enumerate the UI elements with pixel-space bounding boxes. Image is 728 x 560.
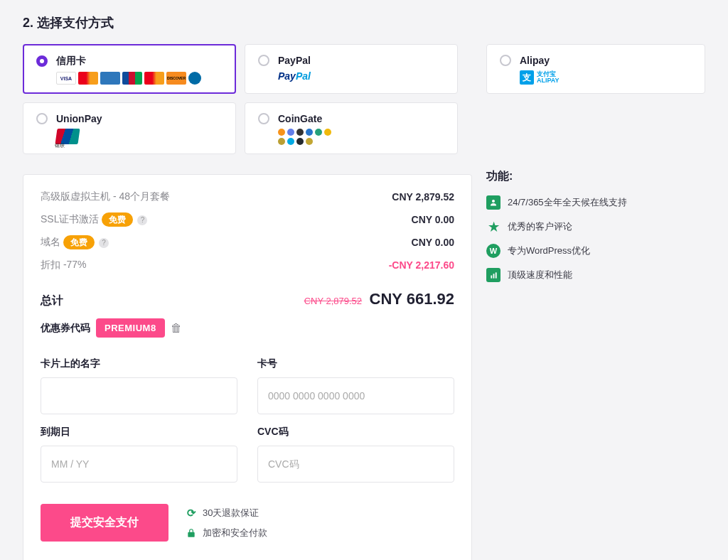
pay-option-credit-card[interactable]: 信用卡 VISA DISCOVER — [23, 44, 236, 94]
lock-icon — [186, 527, 197, 539]
pay-label: 信用卡 — [56, 55, 86, 68]
feature-text: 顶级速度和性能 — [508, 269, 572, 281]
alipay-icon: 支 支付宝 ALIPAY — [520, 70, 560, 85]
free-badge: 免费 — [102, 212, 133, 227]
trash-icon[interactable]: 🗑 — [171, 322, 182, 335]
total-label: 总计 — [41, 294, 63, 308]
cvc-label: CVC码 — [257, 426, 454, 438]
pay-option-unionpay[interactable]: UnionPay 银联 — [23, 102, 236, 154]
jcb-icon — [122, 72, 142, 85]
card-number-input[interactable] — [257, 377, 454, 414]
submit-button[interactable]: 提交安全支付 — [41, 504, 168, 542]
new-total: CNY 661.92 — [370, 290, 454, 308]
info-icon[interactable]: ? — [137, 215, 147, 225]
ssl-price: CNY 0.00 — [412, 214, 454, 225]
card-number-label: 卡号 — [257, 357, 454, 370]
refresh-icon: ⟳ — [186, 507, 197, 519]
crypto-icons — [278, 129, 335, 145]
secure-text: 加密和安全付款 — [203, 527, 267, 539]
diners-icon — [188, 72, 201, 85]
feature-text: 24/7/365全年全天候在线支持 — [508, 196, 627, 209]
paypal-icon: PayPal — [278, 70, 311, 82]
pay-label: CoinGate — [278, 113, 322, 124]
free-badge: 免费 — [63, 235, 95, 249]
features-title: 功能: — [486, 169, 705, 184]
mastercard-icon — [78, 72, 98, 85]
star-icon: ★ — [486, 220, 500, 234]
payment-methods-grid: 信用卡 VISA DISCOVER PayPal — [23, 44, 472, 154]
svg-rect-2 — [493, 274, 494, 278]
radio-icon — [258, 113, 269, 124]
person-icon — [486, 195, 500, 210]
pay-label: Alipay — [520, 55, 550, 66]
coupon-label: 优惠券代码 — [41, 322, 90, 335]
discover-icon: DISCOVER — [166, 72, 186, 85]
discount-price: -CNY 2,217.60 — [389, 259, 454, 271]
plan-label: 高级版虚拟主机 - 48个月套餐 — [41, 190, 170, 203]
svg-point-0 — [492, 200, 495, 203]
card-logos: VISA DISCOVER — [36, 72, 223, 85]
pay-option-paypal[interactable]: PayPal PayPal — [245, 44, 458, 94]
radio-icon — [258, 55, 269, 66]
coupon-code-badge: PREMIUM8 — [96, 318, 165, 338]
chart-icon — [486, 268, 500, 282]
pay-option-alipay[interactable]: Alipay 支 支付宝 ALIPAY — [486, 44, 705, 94]
old-total: CNY 2,879.52 — [304, 296, 362, 306]
feature-text: 专为WordPress优化 — [508, 244, 590, 257]
card-name-input[interactable] — [41, 377, 237, 414]
plan-price: CNY 2,879.52 — [392, 191, 454, 203]
domain-label: 域名免费? — [41, 236, 109, 249]
section-title: 2. 选择支付方式 — [23, 14, 705, 31]
radio-icon — [36, 55, 48, 67]
feature-text: 优秀的客户评论 — [508, 220, 572, 233]
pay-label: PayPal — [278, 55, 311, 66]
radio-icon — [500, 55, 511, 66]
discount-label: 折扣 -77% — [41, 259, 87, 271]
expiry-input[interactable] — [41, 446, 237, 483]
unionpay-icon: 银联 — [55, 129, 80, 144]
cvc-input[interactable] — [257, 446, 454, 483]
pay-option-coingate[interactable]: CoinGate — [245, 102, 458, 154]
order-summary-card: 高级版虚拟主机 - 48个月套餐 CNY 2,879.52 SSL证书激活免费?… — [23, 174, 472, 560]
visa-icon: VISA — [56, 72, 76, 85]
card-name-label: 卡片上的名字 — [41, 357, 237, 370]
expiry-label: 到期日 — [41, 426, 237, 438]
svg-rect-3 — [495, 272, 496, 278]
wordpress-icon: W — [486, 244, 500, 258]
features-list: 24/7/365全年全天候在线支持 ★ 优秀的客户评论 W 专为WordPres… — [486, 195, 705, 292]
svg-rect-1 — [491, 275, 492, 278]
refund-text: 30天退款保证 — [203, 507, 259, 519]
ssl-label: SSL证书激活免费? — [41, 213, 147, 226]
info-icon[interactable]: ? — [99, 238, 109, 248]
pay-label: UnionPay — [56, 113, 102, 124]
domain-price: CNY 0.00 — [412, 237, 454, 248]
radio-icon — [36, 113, 48, 124]
maestro-icon — [144, 72, 164, 85]
amex-icon — [100, 72, 120, 85]
